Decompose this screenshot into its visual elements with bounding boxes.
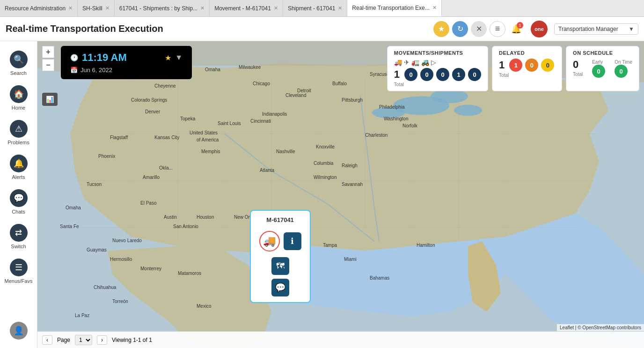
time-filter-icon[interactable]: ▼ bbox=[175, 53, 183, 62]
truck-circle-icon: 🚚 bbox=[259, 231, 280, 252]
truck-icon: 🚛 bbox=[411, 59, 419, 66]
tab-rte[interactable]: Real-time Transportation Exe... ✕ bbox=[347, 0, 441, 16]
movements-icons: 🚚 ✈ 🚛 🚜 ▷ bbox=[394, 59, 481, 66]
movements-total-label: Total bbox=[394, 82, 481, 87]
ontime-badge: 0 bbox=[615, 65, 628, 78]
prev-page-button[interactable]: ‹ bbox=[42, 335, 52, 345]
sidebar-item-search[interactable]: 🔍 Search bbox=[0, 46, 37, 81]
refresh-button[interactable]: ↻ bbox=[452, 21, 468, 37]
sidebar: 🔍 Search 🏠 Home ⚠ Problems 🔔 Alerts 💬 Ch… bbox=[0, 41, 37, 348]
user-role-dropdown[interactable]: Transportation Manager ▼ bbox=[554, 23, 638, 35]
tab-shipment[interactable]: Shipment - 617041 ✕ bbox=[283, 0, 347, 16]
warning-icon: ⚠ bbox=[10, 120, 28, 138]
sidebar-item-chats[interactable]: 💬 Chats bbox=[0, 185, 37, 219]
clock-icon: 🕐 bbox=[70, 54, 78, 61]
tab-close-icon[interactable]: ✕ bbox=[274, 5, 278, 11]
truck-front-icon: 🚚 bbox=[394, 59, 402, 66]
popup-action-row-3: 💬 bbox=[271, 279, 289, 296]
close-button[interactable]: ✕ bbox=[471, 21, 487, 37]
arrow-icon: ▷ bbox=[431, 59, 436, 66]
chat-bubble-icon: 💬 bbox=[275, 282, 285, 293]
page-label: Page bbox=[57, 337, 70, 343]
delayed-total-label: Total bbox=[499, 73, 555, 78]
sidebar-item-home[interactable]: 🏠 Home bbox=[0, 81, 37, 115]
time-panel: 🕐 11:19 AM ★ ▼ 📅 Jun 6, 2022 bbox=[61, 46, 192, 79]
search-icon: 🔍 bbox=[10, 51, 28, 68]
tab-label: Shipment - 617041 bbox=[288, 5, 335, 12]
tab-close-icon[interactable]: ✕ bbox=[432, 5, 437, 11]
onschedule-total: 0 bbox=[573, 59, 578, 71]
tab-617041-shipments[interactable]: 617041 - Shipments : by Ship... ✕ bbox=[115, 0, 210, 16]
current-time: 11:19 AM bbox=[82, 52, 127, 64]
analytics-button[interactable]: 📊 bbox=[42, 93, 58, 106]
tab-close-icon[interactable]: ✕ bbox=[105, 5, 110, 11]
sidebar-label-search: Search bbox=[10, 70, 27, 76]
delayed-title: DELAYED bbox=[499, 50, 555, 56]
menu-favs-icon: ☰ bbox=[10, 259, 28, 276]
one-logo: one bbox=[531, 21, 548, 37]
header-bar: Real-time Transportation Execution ★ ↻ ✕… bbox=[0, 17, 644, 41]
early-label: Early bbox=[592, 59, 605, 65]
info-icon: ℹ bbox=[291, 236, 294, 246]
time-star-icon[interactable]: ★ bbox=[165, 53, 171, 62]
sidebar-label-chats: Chats bbox=[12, 209, 25, 215]
popup-chat-button[interactable]: 💬 bbox=[271, 279, 289, 296]
page-select[interactable]: 1 bbox=[75, 335, 92, 345]
tab-close-icon[interactable]: ✕ bbox=[68, 5, 73, 11]
movements-badges-row: 1 0 0 0 1 0 bbox=[394, 68, 481, 81]
tab-close-icon[interactable]: ✕ bbox=[200, 5, 205, 11]
sidebar-item-alerts[interactable]: 🔔 Alerts bbox=[0, 150, 37, 185]
early-badge: 0 bbox=[592, 65, 605, 78]
tab-resource-admin[interactable]: Resource Administration ✕ bbox=[0, 0, 78, 16]
tab-close-icon[interactable]: ✕ bbox=[338, 5, 342, 11]
sidebar-item-menus[interactable]: ☰ Menus/Favs bbox=[0, 254, 37, 289]
sidebar-item-problems[interactable]: ⚠ Problems bbox=[0, 115, 37, 150]
sidebar-label-problems: Problems bbox=[7, 140, 29, 145]
sidebar-label-switch: Switch bbox=[11, 244, 26, 249]
popup-map-button[interactable]: 🗺 bbox=[271, 257, 289, 275]
leaflet-attribution: Leaflet | © OpenStreetMap contributors bbox=[557, 324, 644, 331]
movements-title: MOVEMENTS/SHIPMENTS bbox=[394, 50, 481, 56]
sidebar-item-user-avatar[interactable]: 👤 bbox=[7, 317, 30, 344]
user-avatar-icon: 👤 bbox=[10, 322, 28, 340]
delayed-panel: DELAYED 1 1 0 0 Total bbox=[492, 46, 562, 91]
popup-info-button[interactable]: ℹ bbox=[284, 232, 301, 250]
bottom-bar: ‹ Page 1 › Viewing 1-1 of 1 bbox=[37, 331, 644, 348]
tab-bar: Resource Administration ✕ SH-Skill ✕ 617… bbox=[0, 0, 644, 17]
tab-movement[interactable]: Movement - M-617041 ✕ bbox=[210, 0, 283, 16]
svg-point-2 bbox=[431, 89, 468, 104]
movement-badge-2: 0 bbox=[436, 68, 449, 81]
ontime-label: On Time bbox=[615, 59, 632, 65]
bell-icon: 🔔 bbox=[10, 155, 28, 172]
next-page-button[interactable]: › bbox=[97, 335, 107, 345]
popup-action-row-1: 🚚 ℹ bbox=[259, 229, 301, 253]
user-role-text: Transportation Manager bbox=[558, 26, 618, 32]
zoom-in-button[interactable]: + bbox=[42, 46, 54, 58]
tab-label: SH-Skill bbox=[82, 5, 102, 12]
notification-badge: 1 bbox=[517, 22, 523, 29]
map-area[interactable]: Billings Casper Cheyenne Colorado Spring… bbox=[37, 41, 644, 348]
main-layout: 🔍 Search 🏠 Home ⚠ Problems 🔔 Alerts 💬 Ch… bbox=[0, 41, 644, 348]
movement-badge-3: 1 bbox=[452, 68, 465, 81]
page-title: Real-time Transportation Execution bbox=[6, 23, 433, 34]
stats-container: MOVEMENTS/SHIPMENTS 🚚 ✈ 🚛 🚜 ▷ 1 0 0 0 1 … bbox=[387, 46, 639, 91]
dropdown-arrow-icon: ▼ bbox=[629, 26, 634, 32]
movements-shipments-panel: MOVEMENTS/SHIPMENTS 🚚 ✈ 🚛 🚜 ▷ 1 0 0 0 1 … bbox=[387, 46, 488, 91]
map-zoom-controls: + − bbox=[42, 46, 54, 71]
movement-popup-title: M-617041 bbox=[266, 216, 294, 223]
tab-label: 617041 - Shipments : by Ship... bbox=[119, 5, 198, 12]
movement-badge-0: 0 bbox=[404, 68, 417, 81]
favorite-button[interactable]: ★ bbox=[433, 21, 449, 37]
viewing-label: Viewing 1-1 of 1 bbox=[112, 337, 152, 343]
sidebar-label-alerts: Alerts bbox=[12, 174, 25, 180]
tab-label: Real-time Transportation Exe... bbox=[352, 5, 429, 11]
sidebar-label-home: Home bbox=[12, 105, 25, 111]
current-date: Jun 6, 2022 bbox=[80, 67, 112, 74]
notifications-button[interactable]: 🔔 1 bbox=[508, 21, 524, 37]
zoom-out-button[interactable]: − bbox=[42, 59, 54, 71]
menu-button[interactable]: ≡ bbox=[490, 21, 505, 37]
sidebar-item-switch[interactable]: ⇄ Switch bbox=[0, 219, 37, 254]
tab-sh-skill[interactable]: SH-Skill ✕ bbox=[78, 0, 115, 16]
delayed-badge-orange: 0 bbox=[525, 59, 538, 72]
home-icon: 🏠 bbox=[10, 85, 28, 103]
